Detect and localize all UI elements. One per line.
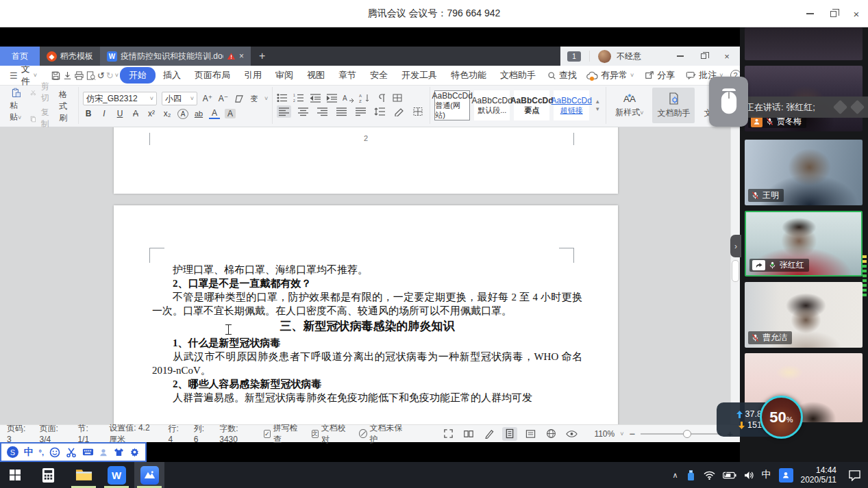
pinyin-guide-button[interactable]: 变: [249, 94, 260, 104]
align-left-button[interactable]: [277, 105, 291, 118]
superscript-button[interactable]: x²: [146, 109, 157, 118]
new-style-button[interactable]: AA 新样式˅: [610, 88, 648, 123]
paragraph[interactable]: 不管是哪种类型的口罩，防护效果都是有限的，一定要定期更换，最好每 2 至 4 小…: [152, 290, 582, 318]
sort-icon[interactable]: AZ: [359, 93, 371, 103]
menu-item-dev-tools[interactable]: 开发工具: [395, 67, 443, 84]
document-area[interactable]: 2 护理口罩、棉布口罩、海绵口罩均不推荐。 2、口罩是不是一直戴都有效？ 不管是…: [0, 127, 740, 424]
screenshot-scissors-icon[interactable]: [66, 447, 77, 458]
menu-item-view[interactable]: 视图: [301, 67, 331, 84]
char-scale-icon[interactable]: A: [343, 93, 354, 103]
action-center-icon[interactable]: [848, 470, 861, 481]
menu-item-section[interactable]: 章节: [332, 67, 362, 84]
underline-button[interactable]: U: [114, 109, 125, 118]
format-painter-button[interactable]: 格式刷: [56, 88, 74, 123]
redo-button[interactable]: ↻: [106, 68, 114, 83]
participant-tile-speaking[interactable]: 张红红: [745, 211, 863, 277]
distribute-text-button[interactable]: [354, 105, 368, 118]
heading[interactable]: 2、口罩是不是一直戴都有效？: [152, 277, 582, 290]
tab-docer[interactable]: ◆ 稻壳模板: [40, 47, 100, 66]
tray-expand-icon[interactable]: ∧: [672, 471, 678, 480]
italic-button[interactable]: I: [99, 109, 110, 118]
new-tab-button[interactable]: +: [251, 47, 273, 66]
heading[interactable]: 2、哪些人容易感染新型冠状病毒: [152, 377, 582, 391]
justify-button[interactable]: [334, 105, 349, 118]
bold-button[interactable]: B: [83, 109, 94, 118]
start-button[interactable]: [0, 462, 30, 488]
share-button[interactable]: 分享: [641, 69, 679, 81]
ink-button[interactable]: [482, 427, 497, 441]
vertical-scrollbar[interactable]: [730, 127, 740, 424]
quickbar-expand-button[interactable]: ˅: [115, 68, 119, 83]
char-shading-button[interactable]: A: [225, 109, 236, 118]
increase-indent-icon[interactable]: [326, 93, 338, 103]
taskbar-wps[interactable]: W: [101, 462, 132, 488]
zoom-level[interactable]: 110%: [594, 429, 615, 439]
taskbar-file-explorer[interactable]: [69, 462, 99, 488]
ime-language-indicator[interactable]: 中: [762, 469, 771, 481]
shrink-font-button[interactable]: A⁻: [218, 94, 229, 103]
document-page-2[interactable]: 2: [114, 127, 618, 194]
person-icon[interactable]: [99, 448, 108, 457]
minimize-button[interactable]: [798, 0, 821, 27]
copy-button[interactable]: 复制: [30, 107, 52, 130]
highlight-button[interactable]: ab: [193, 110, 204, 118]
cut-button[interactable]: 剪切: [30, 81, 52, 104]
ime-logo-icon[interactable]: S: [7, 446, 18, 458]
style-normal-web[interactable]: AaBbCcDd 普通(网站): [434, 90, 470, 120]
align-center-button[interactable]: [296, 105, 310, 118]
strikethrough-button[interactable]: A: [130, 109, 141, 118]
enclose-char-button[interactable]: A: [177, 109, 188, 119]
save-button[interactable]: [51, 68, 61, 83]
distribute-icon[interactable]: [392, 93, 404, 103]
document-text[interactable]: 护理口罩、棉布口罩、海绵口罩均不推荐。 2、口罩是不是一直戴都有效？ 不管是哪种…: [152, 263, 582, 404]
paragraph[interactable]: 护理口罩、棉布口罩、海绵口罩均不推荐。: [152, 263, 582, 277]
doc-assistant-button[interactable]: 文档助手: [652, 88, 695, 123]
document-page-3[interactable]: 护理口罩、棉布口罩、海绵口罩均不推荐。 2、口罩是不是一直戴都有效？ 不管是哪种…: [114, 205, 618, 424]
font-name-select[interactable]: 仿宋_GB2312˅: [83, 92, 157, 105]
paste-button[interactable]: 粘贴˅: [7, 88, 26, 123]
subscript-button[interactable]: x₂: [162, 109, 173, 118]
status-words[interactable]: 字数: 3430: [219, 423, 252, 444]
read-layout-button[interactable]: [461, 427, 476, 441]
web-view-button[interactable]: [543, 427, 558, 441]
tab-home[interactable]: 首页: [0, 47, 40, 66]
emoji-icon[interactable]: [49, 447, 60, 458]
sync-abnormal-button[interactable]: 有异常 ˅: [582, 69, 638, 81]
zoom-out-button[interactable]: −: [629, 428, 635, 439]
style-gallery-scroll[interactable]: ▲ ▼: [593, 99, 602, 112]
font-size-select[interactable]: 小四˅: [162, 92, 197, 105]
clear-format-icon[interactable]: [234, 94, 244, 103]
style-default-paragraph[interactable]: AaBbCcDd 默认段...: [474, 90, 510, 120]
ime-lang-toggle[interactable]: 中: [24, 446, 34, 459]
participant-tile[interactable]: 曹允洁: [745, 282, 863, 348]
decrease-indent-icon[interactable]: [310, 93, 321, 103]
borders-button[interactable]: [411, 105, 425, 118]
sidebar-collapse-handle[interactable]: ›: [730, 235, 741, 257]
fullscreen-view-button[interactable]: [441, 427, 456, 441]
menu-item-review[interactable]: 审阅: [269, 67, 299, 84]
shading-button[interactable]: [392, 105, 406, 118]
paragraph[interactable]: 从武汉市不明原因肺炎患者下呼吸道分离出的冠状病毒为一种新型冠状病毒，WHO 命名…: [152, 350, 582, 377]
line-spacing-button[interactable]: [373, 105, 387, 118]
print-button[interactable]: [74, 68, 84, 83]
find-button[interactable]: 查找: [543, 69, 581, 81]
keyboard-icon[interactable]: [82, 448, 94, 457]
gear-icon[interactable]: [129, 447, 140, 457]
undo-button[interactable]: ↺: [97, 68, 105, 83]
wps-close-button[interactable]: ×: [718, 47, 736, 66]
restore-button[interactable]: [821, 0, 845, 27]
grow-font-button[interactable]: A⁺: [202, 94, 213, 103]
tab-document[interactable]: W 疫情防控知识和技能培训.docx ×: [100, 47, 251, 66]
wps-restore-button[interactable]: [695, 47, 712, 66]
page-view-button[interactable]: [502, 427, 517, 441]
close-button[interactable]: ×: [845, 0, 868, 27]
proofread-button[interactable]: 文 文档校对: [312, 422, 349, 446]
notification-badge[interactable]: 1: [567, 51, 581, 62]
taskbar-calculator[interactable]: [33, 462, 63, 488]
style-hyperlink[interactable]: AaBbCcDd 超链接: [554, 90, 589, 120]
outline-view-button[interactable]: [523, 427, 538, 441]
menu-item-home[interactable]: 开始: [120, 67, 156, 84]
speaker-icon[interactable]: [744, 471, 754, 480]
user-avatar[interactable]: [598, 50, 611, 63]
menu-item-references[interactable]: 引用: [238, 67, 268, 84]
